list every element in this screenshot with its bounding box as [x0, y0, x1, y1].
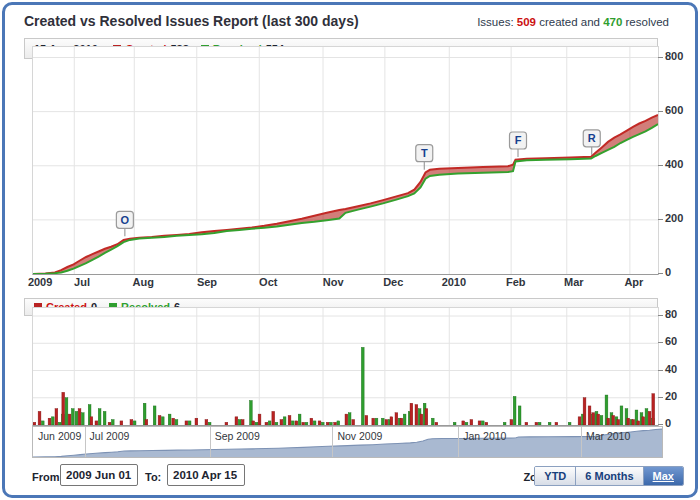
navigator-divider	[458, 427, 459, 457]
zoom-button-max[interactable]: Max	[644, 467, 683, 485]
y-axis-tick	[658, 424, 663, 425]
lower-plot[interactable]	[32, 307, 659, 426]
created-bar	[555, 422, 558, 425]
resolved-bar	[98, 409, 101, 425]
navigator-label: Nov 2009	[337, 430, 382, 442]
x-axis-label: Jul	[74, 276, 90, 288]
created-bar	[648, 411, 651, 425]
y-axis-tick	[658, 111, 663, 112]
x-axis-label: Aug	[133, 276, 154, 288]
x-axis-label: Sep	[197, 276, 217, 288]
created-bar	[258, 414, 261, 425]
created-bar	[252, 421, 255, 425]
created-bar	[390, 417, 393, 425]
created-bar	[352, 420, 355, 425]
y-axis-tick	[658, 273, 663, 274]
to-date-input[interactable]	[167, 464, 245, 486]
resolved-bar	[305, 422, 308, 425]
resolved-bar	[329, 422, 332, 425]
y-axis-tick	[658, 219, 663, 220]
created-bar	[478, 421, 481, 425]
resolved-bar	[133, 421, 136, 425]
zoom-button-6-months[interactable]: 6 Months	[576, 467, 643, 485]
x-axis-label: Mar	[564, 276, 584, 288]
created-bar	[241, 420, 244, 425]
resolved-bar	[645, 409, 648, 425]
created-bar	[172, 418, 175, 425]
resolved-bar	[71, 409, 74, 425]
y-axis-tick	[658, 57, 663, 58]
y-axis-label: 200	[665, 212, 683, 224]
resolved-bar	[65, 398, 68, 425]
navigator-label: Jul 2009	[90, 430, 130, 442]
navigator-divider	[85, 427, 86, 457]
navigator-divider	[210, 427, 211, 457]
resolved-bar	[255, 422, 258, 425]
page-title: Created vs Resolved Issues Report (last …	[24, 13, 359, 29]
range-navigator[interactable]: Jun 2009Jul 2009Sep 2009Nov 2009Jan 2010…	[32, 426, 663, 458]
resolved-bar	[431, 418, 434, 425]
issues-summary-prefix: Issues:	[477, 16, 513, 28]
svg-text:F: F	[515, 134, 522, 146]
created-bar	[195, 418, 198, 425]
created-bar	[345, 414, 348, 425]
created-bar	[415, 405, 418, 425]
created-bar	[597, 414, 600, 425]
created-bar	[637, 421, 640, 425]
issues-summary: Issues: 509 created and 470 resolved	[477, 16, 669, 28]
resolved-bar	[381, 418, 384, 425]
navigator-divider	[581, 427, 582, 457]
resolved-bar	[268, 421, 271, 425]
flag-O[interactable]: O	[116, 211, 133, 236]
svg-text:O: O	[121, 214, 130, 226]
y-axis-tick	[658, 315, 663, 316]
resolved-bar	[58, 422, 61, 425]
created-bar	[462, 421, 465, 425]
navigator-divider	[332, 427, 333, 457]
created-bar	[470, 420, 473, 425]
created-bar	[90, 417, 93, 425]
created-bar	[78, 409, 81, 425]
issues-created-count: 509	[517, 16, 536, 28]
created-bar	[295, 421, 298, 425]
issues-summary-mid: created and	[539, 16, 600, 28]
created-bar	[280, 420, 283, 425]
resolved-bar	[453, 422, 456, 425]
resolved-bar	[298, 414, 301, 425]
y-axis-label: 60	[665, 335, 677, 347]
main-plot[interactable]: OTFR	[32, 46, 659, 275]
created-bar	[326, 422, 329, 425]
zoom-button-ytd[interactable]: YTD	[535, 467, 576, 485]
issues-summary-suffix: resolved	[626, 16, 669, 28]
created-bar	[435, 422, 438, 425]
created-bar	[612, 415, 615, 425]
y-axis-label: 400	[665, 158, 683, 170]
created-bar	[652, 394, 655, 425]
resolved-bar	[465, 422, 468, 425]
created-bar	[288, 415, 291, 425]
created-bar	[400, 418, 403, 425]
created-bar	[425, 409, 428, 425]
resolved-bar	[337, 421, 340, 425]
y-axis-tick	[658, 370, 663, 371]
flag-F[interactable]: F	[510, 132, 527, 157]
from-date-input[interactable]	[60, 464, 138, 486]
resolved-bar	[103, 411, 106, 425]
created-bar	[302, 422, 305, 425]
resolved-bar	[161, 417, 164, 425]
created-bar	[627, 418, 630, 425]
created-bar	[420, 414, 423, 425]
created-bar	[235, 417, 238, 425]
created-bar	[592, 413, 595, 425]
navigator-label: Jan 2010	[463, 430, 506, 442]
resolved-bar	[208, 422, 211, 425]
created-bar	[130, 420, 133, 425]
resolved-bar	[238, 420, 241, 425]
created-bar	[185, 421, 188, 425]
resolved-bar	[538, 422, 541, 425]
to-label: To:	[145, 471, 161, 483]
created-bar	[372, 418, 375, 425]
created-bar	[588, 406, 591, 425]
created-bar	[33, 422, 36, 425]
resolved-bar	[41, 421, 44, 425]
